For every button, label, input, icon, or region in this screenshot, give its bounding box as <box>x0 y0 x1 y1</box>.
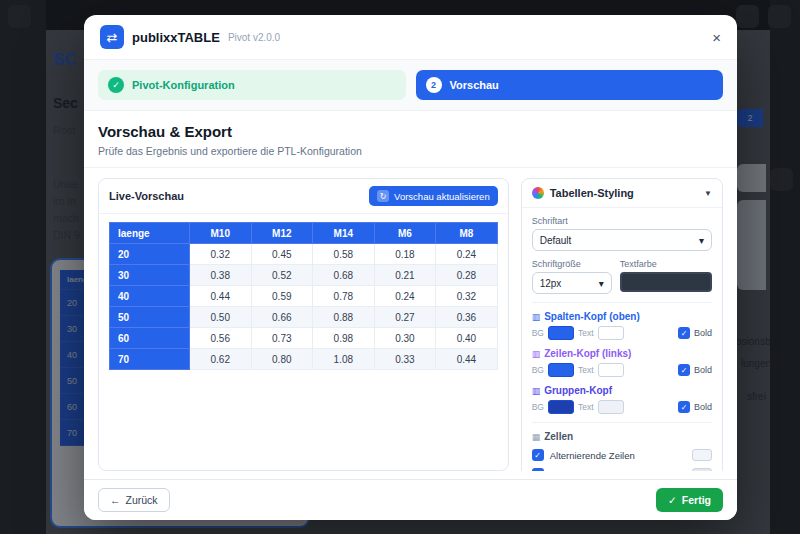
table-cell: 0.88 <box>313 307 375 328</box>
column-header: M14 <box>313 223 375 244</box>
settings-column: Tabellen-Styling ▼ Schriftart Default ▾ <box>521 178 723 471</box>
bg-color-swatch[interactable] <box>548 400 574 414</box>
table-cell: 0.52 <box>251 265 313 286</box>
bold-label: Bold <box>694 402 712 412</box>
close-icon[interactable]: × <box>712 30 721 45</box>
text-color-swatch[interactable] <box>598 326 624 340</box>
row-header: 50 <box>110 307 190 328</box>
styling-section: ▥Spalten-Kopf (oben)BGText✓Bold <box>532 311 712 340</box>
font-size-select[interactable]: 12px ▾ <box>532 272 612 294</box>
table-row: 300.380.520.680.210.28 <box>110 265 498 286</box>
bg-color-swatch[interactable] <box>548 363 574 377</box>
page-subtitle: Prüfe das Ergebnis und exportiere die PT… <box>98 145 723 157</box>
table-cell: 0.98 <box>313 328 375 349</box>
row-header: 60 <box>110 328 190 349</box>
option-color-swatch[interactable] <box>692 449 712 461</box>
chevron-down-icon: ▾ <box>699 235 704 246</box>
back-button[interactable]: ← Zurück <box>98 488 170 512</box>
table-cell: 0.66 <box>251 307 313 328</box>
option-color-swatch[interactable] <box>692 468 712 471</box>
app-logo-icon: ⇄ <box>100 25 124 49</box>
step-vorschau[interactable]: 2 Vorschau <box>416 70 724 100</box>
row-header: 20 <box>110 244 190 265</box>
refresh-preview-button[interactable]: ↻ Vorschau aktualisieren <box>369 186 498 206</box>
bold-checkbox[interactable]: ✓ <box>678 364 690 376</box>
option-checkbox[interactable]: ✓ <box>532 449 544 461</box>
table-cell: 0.59 <box>251 286 313 307</box>
table-cell: 0.68 <box>313 265 375 286</box>
option-label: Rahmenlinien <box>550 469 608 472</box>
styling-section-title: ▥Zeilen-Kopf (links) <box>532 348 712 359</box>
bg-color-swatch[interactable] <box>548 326 574 340</box>
column-header: M8 <box>436 223 498 244</box>
palette-icon <box>532 187 544 199</box>
bold-label: Bold <box>694 328 712 338</box>
live-preview-card: Live-Vorschau ↻ Vorschau aktualisieren l… <box>98 178 509 471</box>
text-color-swatch[interactable] <box>598 363 624 377</box>
table-cell: 0.44 <box>436 349 498 370</box>
styling-title: Tabellen-Styling <box>550 187 698 199</box>
section-marker-icon: ▥ <box>532 386 541 396</box>
table-cell: 0.38 <box>190 265 252 286</box>
table-cell: 0.32 <box>190 244 252 265</box>
bold-label: Bold <box>694 365 712 375</box>
section-title-label: Spalten-Kopf (oben) <box>544 311 640 322</box>
font-select[interactable]: Default ▾ <box>532 229 712 251</box>
table-cell: 0.21 <box>374 265 436 286</box>
table-cell: 0.24 <box>374 286 436 307</box>
step-pivot-konfiguration[interactable]: ✓ Pivot-Konfiguration <box>98 70 406 100</box>
back-label: Zurück <box>126 494 158 506</box>
text-color-swatch[interactable] <box>598 400 624 414</box>
pivot-table: laengeM10M12M14M6M8 200.320.450.580.180.… <box>109 222 498 370</box>
table-cell: 0.80 <box>251 349 313 370</box>
divider <box>532 422 712 423</box>
table-cell: 0.40 <box>436 328 498 349</box>
table-cell: 0.30 <box>374 328 436 349</box>
styling-section-title: ▥Gruppen-Kopf <box>532 385 712 396</box>
cells-option-row: ✓Alternierende Zeilen <box>532 449 712 461</box>
text-label: Text <box>578 328 594 338</box>
bg-label: BG <box>532 328 544 338</box>
cells-options: ✓Alternierende Zeilen✓Rahmenlinien <box>532 449 712 471</box>
styling-card-header[interactable]: Tabellen-Styling ▼ <box>522 179 722 208</box>
table-cell: 0.73 <box>251 328 313 349</box>
text-color-picker[interactable] <box>620 272 712 292</box>
column-header: M12 <box>251 223 313 244</box>
table-cell: 0.32 <box>436 286 498 307</box>
font-select-value: Default <box>540 235 572 246</box>
option-label: Alternierende Zeilen <box>550 450 635 461</box>
table-cell: 0.27 <box>374 307 436 328</box>
cells-option-row: ✓Rahmenlinien <box>532 468 712 471</box>
column-header: M6 <box>374 223 436 244</box>
font-size-value: 12px <box>540 278 562 289</box>
table-cell: 0.18 <box>374 244 436 265</box>
cells-grid-icon: ▦ <box>532 432 541 442</box>
styling-card-body: Schriftart Default ▾ Schriftgröße 12px <box>522 208 722 471</box>
bold-checkbox[interactable]: ✓ <box>678 401 690 413</box>
modal-header: ⇄ publixxTABLE Pivot v2.0.0 × <box>84 15 737 60</box>
bg-label: BG <box>532 365 544 375</box>
text-label: Text <box>578 365 594 375</box>
app-title: publixxTABLE <box>132 30 220 45</box>
chevron-down-icon[interactable]: ▼ <box>704 189 712 198</box>
step-check-icon: ✓ <box>108 77 124 93</box>
bg-label: BG <box>532 402 544 412</box>
text-label: Text <box>578 402 594 412</box>
table-row: 200.320.450.580.180.24 <box>110 244 498 265</box>
table-cell: 0.56 <box>190 328 252 349</box>
styling-section: ▥Gruppen-KopfBGText✓Bold <box>532 385 712 414</box>
step-number-badge: 2 <box>426 77 442 93</box>
pivot-modal: ⇄ publixxTABLE Pivot v2.0.0 × ✓ Pivot-Ko… <box>84 15 737 520</box>
table-cell: 0.78 <box>313 286 375 307</box>
step-label: Vorschau <box>450 79 499 91</box>
modal-body: Vorschau & Export Prüfe das Ergebnis und… <box>84 111 737 479</box>
option-checkbox[interactable]: ✓ <box>532 468 544 471</box>
text-color-label: Textfarbe <box>620 259 712 269</box>
table-cell: 0.24 <box>436 244 498 265</box>
finish-button[interactable]: ✓ Fertig <box>656 488 723 512</box>
table-cell: 1.08 <box>313 349 375 370</box>
chevron-down-icon: ▾ <box>599 278 604 289</box>
bold-checkbox[interactable]: ✓ <box>678 327 690 339</box>
section-title-label: Zeilen-Kopf (links) <box>544 348 631 359</box>
styling-sections: ▥Spalten-Kopf (oben)BGText✓Bold▥Zeilen-K… <box>532 311 712 414</box>
